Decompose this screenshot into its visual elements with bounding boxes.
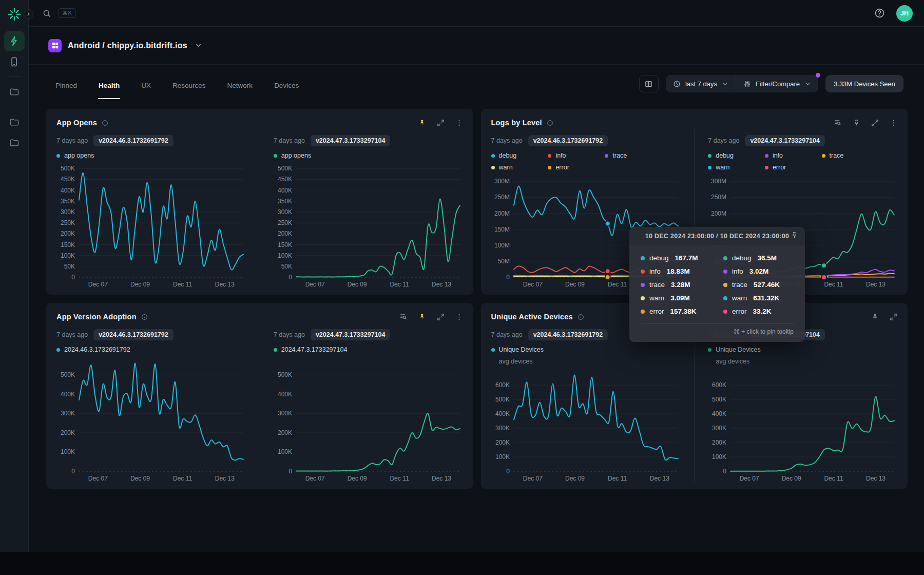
chevron-right-icon (26, 12, 31, 16)
legend-item[interactable]: debug (708, 152, 765, 159)
legend-item[interactable]: 2024.46.3.1732691792 (56, 346, 130, 353)
svg-text:200K: 200K (495, 439, 509, 446)
version-chip[interactable]: v2024.46.3.1732691792 (93, 329, 174, 340)
legend-item[interactable]: Unique Devices (708, 346, 761, 353)
sidebar-item-folder-1[interactable] (4, 82, 25, 102)
view-logs-icon[interactable] (834, 119, 842, 127)
legend-item[interactable]: warn (708, 164, 765, 171)
sidebar-item-devices[interactable] (4, 51, 25, 72)
legend-item[interactable]: 2024.47.3.1733297104 (274, 346, 348, 353)
version-chip[interactable]: v2024.46.3.1732691792 (93, 135, 174, 146)
legend-item[interactable]: error (765, 164, 822, 171)
notification-dot (816, 73, 820, 78)
svg-text:350K: 350K (278, 198, 292, 205)
svg-text:100K: 100K (278, 448, 292, 455)
pin-icon[interactable] (871, 313, 879, 321)
chart-legend: app opens (274, 152, 463, 159)
sidebar-item-health[interactable] (4, 31, 25, 51)
kebab-menu-icon[interactable] (890, 119, 897, 127)
svg-text:250K: 250K (278, 219, 292, 226)
kebab-menu-icon[interactable] (455, 119, 463, 127)
version-chip[interactable]: v2024.46.3.1732691792 (528, 135, 608, 146)
legend-label: warn (716, 164, 729, 171)
line-chart[interactable]: 0100K200K300K400K500K600KDec 07Dec 09Dec… (491, 368, 681, 483)
legend-item[interactable]: Unique Devices (491, 346, 544, 353)
tab-resources[interactable]: Resources (172, 68, 206, 99)
svg-text:300K: 300K (495, 425, 509, 432)
expand-icon[interactable] (871, 119, 879, 127)
legend-item-avg-devices[interactable]: avg devices (491, 358, 681, 365)
version-chip[interactable]: v2024.47.3.1733297104 (311, 135, 391, 146)
bitdrift-logo-icon[interactable] (6, 6, 23, 23)
legend-dot (548, 154, 551, 158)
help-icon[interactable] (874, 8, 885, 18)
expand-icon[interactable] (437, 313, 445, 321)
tab-health[interactable]: Health (98, 68, 120, 99)
svg-text:450K: 450K (61, 176, 75, 183)
expand-icon[interactable] (890, 313, 897, 321)
legend-item[interactable]: info (548, 152, 605, 159)
pin-icon[interactable] (418, 313, 426, 321)
tooltip-row: debug167.7M (641, 254, 711, 262)
sidebar-item-folder-2[interactable] (4, 112, 25, 132)
legend-item[interactable]: debug (491, 152, 548, 159)
legend-label: debug (499, 152, 517, 159)
line-chart[interactable]: 0100K200K300K400K500KDec 07Dec 09Dec 11D… (56, 356, 246, 483)
version-chip[interactable]: v2024.47.3.1733297104 (311, 329, 391, 340)
legend-dot (765, 154, 768, 158)
legend-item[interactable]: trace (605, 152, 662, 159)
legend-item[interactable]: app opens (274, 152, 311, 159)
tab-devices[interactable]: Devices (274, 68, 299, 99)
legend-item[interactable]: trace (822, 152, 879, 159)
line-chart[interactable]: 050K100K150K200K250K300K350K400K450K500K… (56, 162, 246, 289)
version-chip[interactable]: v2024.46.3.1732691792 (528, 329, 608, 340)
page-title[interactable]: Android / chippy.io.bitdrift.ios (68, 41, 187, 50)
svg-text:300K: 300K (61, 208, 75, 216)
time-range-dropdown[interactable]: last 7 days (666, 75, 736, 92)
legend-item-avg-devices[interactable]: avg devices (708, 358, 897, 365)
line-chart[interactable]: 050K100K150K200K250K300K350K400K450K500K… (274, 162, 463, 289)
search-icon (42, 9, 51, 18)
info-icon[interactable] (102, 120, 108, 126)
legend-item[interactable]: app opens (56, 152, 94, 159)
tab-network[interactable]: Network (227, 68, 254, 99)
expand-icon[interactable] (437, 119, 445, 127)
pin-icon[interactable] (853, 119, 860, 127)
kebab-menu-icon[interactable] (455, 313, 463, 321)
breadcrumb: Android / chippy.io.bitdrift.ios (29, 27, 924, 65)
line-chart[interactable]: 0100K200K300K400K500KDec 07Dec 09Dec 11D… (274, 356, 463, 483)
chevron-down-icon[interactable] (195, 42, 202, 49)
sidebar-item-folder-3[interactable] (4, 132, 25, 153)
filter-compare-dropdown[interactable]: Filter/Compare (736, 75, 818, 92)
devices-seen-button[interactable]: 3.33M Devices Seen (825, 75, 903, 92)
pin-tooltip-icon[interactable] (791, 232, 798, 239)
chart-legend: Unique Devices (491, 346, 681, 353)
legend-item[interactable]: info (765, 152, 822, 159)
avatar[interactable]: JH (896, 5, 913, 22)
line-chart[interactable]: 0100K200K300K400K500K600KDec 07Dec 09Dec… (708, 368, 897, 483)
tab-ux[interactable]: UX (141, 68, 151, 99)
pin-icon[interactable] (418, 119, 426, 127)
svg-text:0: 0 (506, 274, 510, 281)
legend-dot (491, 166, 495, 169)
legend-item[interactable]: error (548, 164, 605, 171)
chart-legend: Unique Devices (708, 346, 897, 353)
svg-text:200M: 200M (494, 210, 509, 217)
view-logs-icon[interactable] (399, 313, 408, 321)
layout-grid-button[interactable] (639, 75, 659, 92)
legend-label: app opens (64, 152, 94, 159)
global-search[interactable]: ⌘K (42, 8, 75, 18)
info-icon[interactable] (141, 314, 148, 320)
sidebar-expand-button[interactable] (24, 9, 33, 19)
info-icon[interactable] (578, 314, 584, 320)
svg-text:0: 0 (288, 274, 292, 281)
legend-dot (605, 154, 608, 158)
legend-label: app opens (281, 152, 311, 159)
tab-pinned[interactable]: Pinned (55, 68, 78, 99)
svg-text:Dec 13: Dec 13 (866, 475, 886, 482)
folder-icon (9, 117, 20, 127)
version-chip[interactable]: v2024.47.3.1733297104 (745, 135, 825, 146)
info-icon[interactable] (547, 120, 553, 126)
legend-item[interactable]: warn (491, 164, 548, 171)
chart-legend: debuginfotracewarnerror (491, 152, 662, 171)
